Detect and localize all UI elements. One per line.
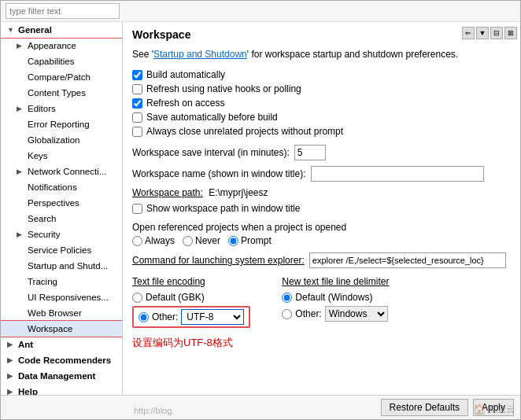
- newline-other-select[interactable]: Windows Unix Mac: [325, 306, 388, 322]
- sidebar-item-label: Notifications: [28, 180, 77, 194]
- sidebar-item-globalization[interactable]: ▶ Globalization: [1, 132, 122, 148]
- sidebar-item-compare-patch[interactable]: ▶ Compare/Patch: [1, 69, 122, 85]
- restore-defaults-button[interactable]: Restore Defaults: [381, 399, 468, 416]
- sidebar-item-label: UI Responsivenes...: [28, 290, 109, 304]
- sidebar-item-label: Perspectives: [28, 196, 79, 210]
- panel-toolbar-btn1[interactable]: ⇐: [462, 27, 475, 39]
- desc-post: ' for workspace startup and shutdown pre…: [247, 49, 458, 60]
- newline-default-radio[interactable]: [282, 293, 292, 303]
- sidebar-item-notifications[interactable]: ▶ Notifications: [1, 179, 122, 195]
- refresh-native-checkbox[interactable]: [132, 84, 142, 94]
- main-wrapper: Workspace See 'Startup and Shutdown' for…: [123, 22, 520, 395]
- sidebar-item-content-types[interactable]: ▶ Content Types: [1, 85, 122, 101]
- workspace-name-input[interactable]: [311, 166, 484, 182]
- open-referenced-section: Open referenced projects when a project …: [132, 222, 511, 246]
- text-encoding-box: Text file encoding Default (GBK) Other: …: [132, 276, 250, 328]
- sidebar-item-code-recommenders[interactable]: ▶ Code Recommenders: [1, 352, 122, 368]
- radio-always[interactable]: [132, 236, 142, 246]
- save-interval-label: Workspace save interval (in minutes):: [132, 147, 290, 158]
- arrow-icon: ▶: [17, 164, 24, 179]
- radio-never[interactable]: [183, 236, 193, 246]
- sidebar-item-label: Service Policies: [28, 243, 91, 257]
- sidebar-item-editors[interactable]: ▶ Editors: [1, 101, 122, 116]
- sidebar-item-label: Error Reporting: [28, 117, 90, 131]
- sidebar-item-label: Startup and Shutd...: [28, 259, 108, 273]
- save-auto-checkbox[interactable]: [132, 112, 142, 123]
- sidebar-item-label: General: [18, 23, 52, 37]
- sidebar-item-keys[interactable]: ▶ Keys: [1, 148, 122, 164]
- sidebar-item-label: Ant: [18, 337, 33, 352]
- save-auto-label: Save automatically before build: [146, 112, 278, 123]
- sidebar-item-workspace[interactable]: ▶ Workspace: [1, 321, 122, 337]
- startup-shutdown-link[interactable]: Startup and Shutdown: [153, 49, 247, 60]
- newline-default-label: Default (Windows): [295, 292, 372, 303]
- filter-input[interactable]: [6, 3, 120, 19]
- workspace-name-row: Workspace name (shown in window title):: [132, 166, 511, 182]
- open-referenced-radios: Always Never Prompt: [132, 235, 511, 246]
- panel-description: See 'Startup and Shutdown' for workspace…: [132, 47, 511, 61]
- sidebar-item-help[interactable]: ▶ Help: [1, 384, 122, 395]
- arrow-icon: ▶: [7, 353, 15, 367]
- newline-title: New text file line delimiter: [282, 276, 389, 287]
- sidebar-item-search[interactable]: ▶ Search: [1, 211, 122, 227]
- encoding-default-label: Default (GBK): [146, 292, 205, 303]
- command-row: Command for launching system explorer:: [132, 252, 511, 268]
- radio-prompt-label: Prompt: [228, 235, 272, 246]
- sidebar-item-label: Network Connecti...: [28, 164, 106, 179]
- panel-title: Workspace: [132, 28, 511, 41]
- sidebar-item-web-browser[interactable]: ▶ Web Browser: [1, 305, 122, 321]
- panel-toolbar-btn2[interactable]: ▼: [476, 27, 489, 39]
- checkbox-always-close: Always close unrelated projects without …: [132, 126, 511, 137]
- sidebar-item-label: Keys: [28, 149, 48, 163]
- arrow-icon: ▼: [7, 23, 15, 37]
- build-auto-checkbox[interactable]: [132, 70, 142, 80]
- save-interval-input[interactable]: [294, 145, 326, 160]
- panel-toolbar-btn3[interactable]: ⊟: [490, 27, 503, 39]
- sidebar-item-service-policies[interactable]: ▶ Service Policies: [1, 242, 122, 258]
- arrow-icon: ▶: [17, 101, 24, 116]
- arrow-icon: ▶: [7, 369, 15, 383]
- desc-pre: See ': [132, 49, 153, 60]
- panel-toolbar-btn4[interactable]: ⊠: [504, 27, 517, 39]
- sidebar-item-data-management[interactable]: ▶ Data Management: [1, 368, 122, 384]
- encoding-default-radio[interactable]: [132, 293, 142, 303]
- command-input[interactable]: [309, 252, 506, 268]
- sidebar: ▼ General ▶ Appearance ▶ Capabilities ▶ …: [1, 22, 123, 395]
- show-path-row: Show workspace path in window title: [132, 203, 511, 214]
- sidebar-item-appearance[interactable]: ▶ Appearance: [1, 38, 122, 53]
- newline-box: New text file line delimiter Default (Wi…: [282, 276, 389, 322]
- sidebar-item-network-conn[interactable]: ▶ Network Connecti...: [1, 164, 122, 179]
- encoding-title: Text file encoding: [132, 276, 250, 287]
- sidebar-item-general[interactable]: ▼ General: [1, 22, 122, 38]
- sidebar-item-startup[interactable]: ▶ Startup and Shutd...: [1, 258, 122, 274]
- checkbox-refresh-access: Refresh on access: [132, 98, 511, 109]
- sidebar-item-error-reporting[interactable]: ▶ Error Reporting: [1, 116, 122, 132]
- encoding-other-select[interactable]: UTF-8 GBK UTF-16 ISO-8859-1: [181, 309, 244, 325]
- sidebar-item-ui-responsiveness[interactable]: ▶ UI Responsivenes...: [1, 289, 122, 305]
- sidebar-item-tracing[interactable]: ▶ Tracing: [1, 274, 122, 289]
- always-close-label: Always close unrelated projects without …: [146, 126, 343, 137]
- watermark-left: http://blog.: [134, 406, 174, 415]
- arrow-icon: ▶: [17, 227, 24, 241]
- sidebar-item-label: Appearance: [28, 39, 76, 53]
- radio-prompt[interactable]: [228, 236, 238, 246]
- save-interval-row: Workspace save interval (in minutes):: [132, 145, 511, 160]
- sidebar-item-security[interactable]: ▶ Security: [1, 227, 122, 242]
- radio-never-label: Never: [183, 235, 220, 246]
- sidebar-item-label: Workspace: [28, 322, 72, 336]
- sidebar-item-capabilities[interactable]: ▶ Capabilities: [1, 53, 122, 69]
- show-path-checkbox[interactable]: [132, 204, 142, 214]
- always-close-checkbox[interactable]: [132, 127, 142, 137]
- workspace-path-label: Workspace path:: [132, 187, 203, 198]
- encoding-other-radio[interactable]: [139, 312, 149, 322]
- sidebar-item-ant[interactable]: ▶ Ant: [1, 337, 122, 352]
- build-auto-label: Build automatically: [146, 69, 225, 80]
- sidebar-item-label: Search: [28, 212, 56, 226]
- refresh-access-checkbox[interactable]: [132, 98, 142, 109]
- encoding-other-row: Other: UTF-8 GBK UTF-16 ISO-8859-1: [132, 306, 250, 328]
- encoding-other-highlighted: Other: UTF-8 GBK UTF-16 ISO-8859-1: [132, 306, 250, 328]
- sidebar-item-perspectives[interactable]: ▶ Perspectives: [1, 195, 122, 211]
- encoding-other-label: Other:: [152, 311, 178, 322]
- refresh-access-label: Refresh on access: [146, 98, 224, 109]
- newline-other-radio[interactable]: [282, 309, 292, 319]
